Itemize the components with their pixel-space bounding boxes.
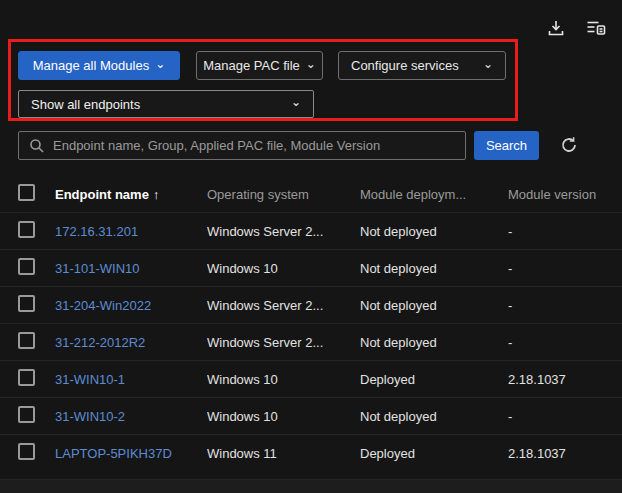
download-icon[interactable] [544, 16, 568, 40]
module-deployment-cell: Not deployed [360, 409, 508, 424]
manage-all-modules-label: Manage all Modules [33, 58, 149, 73]
row-checkbox-cell [18, 406, 55, 426]
table-row: 31-WIN10-2Windows 10Not deployed- [0, 397, 622, 434]
row-checkbox[interactable] [18, 295, 35, 312]
refresh-icon[interactable] [558, 134, 580, 156]
column-header-module-version[interactable]: Module version [508, 187, 622, 202]
column-header-endpoint-name[interactable]: Endpoint name↑ [55, 187, 207, 202]
sort-ascending-icon: ↑ [153, 187, 160, 202]
operating-system-cell: Windows 11 [207, 446, 360, 461]
endpoint-name-cell: 31-WIN10-1 [55, 372, 207, 387]
row-checkbox[interactable] [18, 332, 35, 349]
operating-system-cell: Windows 10 [207, 409, 360, 424]
configure-services-label: Configure services [351, 58, 459, 73]
export-report-icon[interactable] [584, 16, 608, 40]
endpoint-name-cell: 172.16.31.201 [55, 224, 207, 239]
endpoint-name-link[interactable]: 31-212-2012R2 [55, 335, 145, 350]
search-bar [18, 131, 466, 160]
endpoint-name-cell: 31-WIN10-2 [55, 409, 207, 424]
endpoint-name-link[interactable]: 31-WIN10-2 [55, 409, 125, 424]
chevron-down-icon: ⌄ [483, 58, 493, 70]
manage-pac-file-label: Manage PAC file [203, 58, 300, 73]
module-deployment-cell: Not deployed [360, 224, 508, 239]
manage-pac-file-button[interactable]: Manage PAC file ⌄ [196, 51, 323, 80]
endpoint-name-link[interactable]: 31-101-WIN10 [55, 261, 140, 276]
column-header-operating-system[interactable]: Operating system [207, 187, 360, 202]
endpoint-name-link[interactable]: LAPTOP-5PIKH37D [55, 446, 172, 461]
table-row: LAPTOP-5PIKH37DWindows 11Deployed2.18.10… [0, 434, 622, 471]
endpoint-management-page: Manage all Modules ⌄ Manage PAC file ⌄ C… [0, 0, 622, 493]
endpoint-name-cell: 31-101-WIN10 [55, 261, 207, 276]
module-version-cell: 2.18.1037 [508, 372, 622, 387]
search-icon [29, 138, 45, 154]
endpoint-filter-dropdown[interactable]: Show all endpoints ⌄ [18, 90, 314, 118]
row-checkbox[interactable] [18, 221, 35, 238]
table-body: 172.16.31.201Windows Server 2...Not depl… [0, 212, 622, 471]
module-version-cell: - [508, 298, 622, 313]
row-checkbox-cell [18, 369, 55, 389]
module-deployment-cell: Deployed [360, 372, 508, 387]
module-version-cell: - [508, 335, 622, 350]
row-checkbox[interactable] [18, 443, 35, 460]
operating-system-cell: Windows Server 2... [207, 224, 360, 239]
module-version-cell: - [508, 261, 622, 276]
operating-system-cell: Windows 10 [207, 372, 360, 387]
select-all-cell [18, 184, 55, 204]
row-checkbox-cell [18, 332, 55, 352]
operating-system-cell: Windows Server 2... [207, 335, 360, 350]
table-row: 31-204-Win2022Windows Server 2...Not dep… [0, 286, 622, 323]
row-checkbox[interactable] [18, 369, 35, 386]
module-deployment-cell: Not deployed [360, 261, 508, 276]
chevron-down-icon: ⌄ [155, 58, 165, 70]
header-actions [544, 16, 608, 40]
endpoint-name-link[interactable]: 172.16.31.201 [55, 224, 138, 239]
configure-services-button[interactable]: Configure services ⌄ [338, 51, 506, 80]
endpoint-name-cell: LAPTOP-5PIKH37D [55, 446, 207, 461]
module-version-cell: - [508, 224, 622, 239]
table-row: 172.16.31.201Windows Server 2...Not depl… [0, 212, 622, 249]
row-checkbox[interactable] [18, 406, 35, 423]
row-checkbox-cell [18, 221, 55, 241]
manage-all-modules-button[interactable]: Manage all Modules ⌄ [18, 51, 180, 80]
endpoint-filter-value: Show all endpoints [31, 97, 140, 112]
search-button[interactable]: Search [474, 131, 539, 160]
chevron-down-icon: ⌄ [291, 96, 301, 108]
operating-system-cell: Windows 10 [207, 261, 360, 276]
endpoint-name-header-label: Endpoint name [55, 187, 149, 202]
select-all-checkbox[interactable] [18, 184, 35, 201]
row-checkbox[interactable] [18, 258, 35, 275]
endpoint-name-link[interactable]: 31-WIN10-1 [55, 372, 125, 387]
operating-system-cell: Windows Server 2... [207, 298, 360, 313]
module-deployment-cell: Deployed [360, 446, 508, 461]
column-header-module-deployment[interactable]: Module deploym... [360, 187, 508, 202]
endpoint-name-cell: 31-204-Win2022 [55, 298, 207, 313]
table-row: 31-WIN10-1Windows 10Deployed2.18.1037 [0, 360, 622, 397]
module-deployment-cell: Not deployed [360, 298, 508, 313]
bottom-bar [0, 479, 622, 493]
module-version-cell: - [508, 409, 622, 424]
table-row: 31-101-WIN10Windows 10Not deployed- [0, 249, 622, 286]
search-input[interactable] [53, 138, 465, 153]
endpoints-table: Endpoint name↑ Operating system Module d… [0, 176, 622, 471]
endpoint-name-cell: 31-212-2012R2 [55, 335, 207, 350]
module-version-cell: 2.18.1037 [508, 446, 622, 461]
chevron-down-icon: ⌄ [306, 58, 316, 70]
row-checkbox-cell [18, 295, 55, 315]
module-deployment-cell: Not deployed [360, 335, 508, 350]
row-checkbox-cell [18, 258, 55, 278]
table-row: 31-212-2012R2Windows Server 2...Not depl… [0, 323, 622, 360]
endpoint-name-link[interactable]: 31-204-Win2022 [55, 298, 151, 313]
table-header-row: Endpoint name↑ Operating system Module d… [0, 176, 622, 212]
row-checkbox-cell [18, 443, 55, 463]
